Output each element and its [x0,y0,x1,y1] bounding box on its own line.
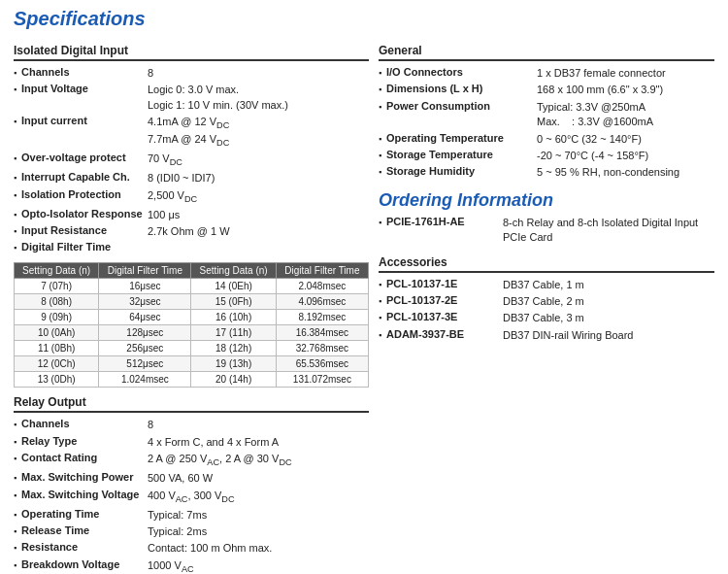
spec-value: 4 x Form C, and 4 x Form A [148,435,369,450]
filter-table-cell: 1.024msec [99,372,191,388]
spec-label: Max. Switching Voltage [21,489,148,500]
spec-label: Max. Switching Power [21,471,148,483]
spec-label: Power Consumption [386,100,537,112]
filter-table-cell: 65.536msec [276,356,368,372]
spec-opto: Opto-Isolator Response 100 μs [14,208,369,222]
accessory-item-3: PCL-10137-3E DB37 Cable, 3 m [379,311,714,325]
spec-label: Opto-Isolator Response [21,208,148,219]
spec-value: 2,500 VDC [148,188,369,206]
part-number: ADAM-3937-BE [386,328,503,340]
ordering-section-title: Ordering Information [379,190,714,211]
right-column: General I/O Connectors 1 x DB37 female c… [379,44,714,574]
part-desc: DB37 Cable, 1 m [503,278,714,292]
spec-value: Logic 0: 3.0 V max.Logic 1: 10 V min. (3… [148,83,369,113]
relay-switching-power: Max. Switching Power 500 VA, 60 W [14,471,369,486]
spec-label: Resistance [21,541,148,553]
accessories-section-title: Accessories [379,255,714,273]
general-storage-temp: Storage Temperature -20 ~ 70°C (-4 ~ 158… [379,149,714,163]
part-desc: DB37 Cable, 2 m [503,294,714,309]
relay-contact-rating: Contact Rating 2 A @ 250 VAC, 2 A @ 30 V… [14,452,369,469]
spec-value: 8 (IDI0 ~ IDI7) [148,171,369,186]
filter-table-cell: 18 (12h) [191,341,276,356]
spec-value: 500 VA, 60 W [148,471,369,486]
spec-label: Channels [21,66,148,78]
filter-table-cell: 131.072msec [276,372,368,388]
spec-input-voltage: Input Voltage Logic 0: 3.0 V max.Logic 1… [14,83,369,113]
spec-label: Breakdown Voltage [21,558,148,570]
spec-value: 168 x 100 mm (6.6" x 3.9") [537,83,714,97]
spec-value: 2.7k Ohm @ 1 W [148,224,369,239]
filter-table-cell: 32.768msec [276,341,368,356]
relay-operating-time: Operating Time Typical: 7ms [14,508,369,523]
general-power-consumption: Power Consumption Typical: 3.3V @250mAMa… [379,100,714,130]
spec-value: 100 μs [148,208,369,222]
spec-label: Dimensions (L x H) [386,83,537,94]
filter-table-cell: 15 (0Fh) [191,294,276,310]
spec-label: Relay Type [21,435,148,447]
general-section-title: General [379,44,714,61]
spec-value: Typical: 7ms [148,508,369,523]
spec-label: Input Resistance [21,224,148,236]
spec-value: 0 ~ 60°C (32 ~ 140°F) [537,132,714,147]
relay-channels: Channels 8 [14,418,369,432]
part-desc: 8-ch Relay and 8-ch Isolated Digital Inp… [503,216,714,246]
filter-table-cell: 512μsec [99,356,191,372]
filter-table-header-col1: Setting Data (n) [15,263,99,279]
spec-label: Over-voltage protect [21,152,148,163]
relay-release-time: Release Time Typical: 2ms [14,524,369,539]
relay-output-specs: Channels 8 Relay Type 4 x Form C, and 4 … [14,418,369,574]
part-number: PCIE-1761H-AE [386,216,503,227]
spec-label: Storage Humidity [386,165,537,177]
filter-table-cell: 19 (13h) [191,356,276,372]
spec-label: Digital Filter Time [21,241,148,253]
spec-input-resistance: Input Resistance 2.7k Ohm @ 1 W [14,224,369,239]
filter-table-cell: 128μsec [99,325,191,341]
filter-table-cell: 11 (0Bh) [15,341,99,356]
spec-label: Release Time [21,524,148,536]
spec-input-current: Input current 4.1mA @ 12 VDC7.7mA @ 24 V… [14,115,369,150]
spec-value: 8 [148,66,369,81]
part-desc: DB37 DIN-rail Wiring Board [503,328,714,343]
filter-table-cell: 4.096msec [276,294,368,310]
spec-over-voltage: Over-voltage protect 70 VDC [14,152,369,169]
spec-value: Typical: 3.3V @250mAMax. : 3.3V @1600mA [537,100,714,130]
spec-label: Operating Time [21,508,148,520]
part-number: PCL-10137-1E [386,278,503,289]
filter-table-cell: 13 (0Dh) [15,372,99,388]
accessory-item-2: PCL-10137-2E DB37 Cable, 2 m [379,294,714,309]
relay-switching-voltage: Max. Switching Voltage 400 VAC, 300 VDC [14,489,369,506]
ordering-item: PCIE-1761H-AE 8-ch Relay and 8-ch Isolat… [379,216,714,246]
spec-value: 1000 VAC [148,558,369,574]
general-operating-temp: Operating Temperature 0 ~ 60°C (32 ~ 140… [379,132,714,147]
spec-value: Contact: 100 m Ohm max. [148,541,369,556]
spec-channels: Channels 8 [14,66,369,81]
accessory-item-1: PCL-10137-1E DB37 Cable, 1 m [379,278,714,292]
filter-table-cell: 14 (0Eh) [191,279,276,294]
digital-input-section-title: Isolated Digital Input [14,44,369,61]
spec-label: Contact Rating [21,452,148,463]
filter-table-cell: 256μsec [99,341,191,356]
spec-isolation: Isolation Protection 2,500 VDC [14,188,369,206]
relay-output-section-title: Relay Output [14,395,369,413]
spec-value: -20 ~ 70°C (-4 ~ 158°F) [537,149,714,163]
spec-value: Typical: 2ms [148,524,369,539]
left-column: Isolated Digital Input Channels 8 Input … [14,44,369,574]
part-number: PCL-10137-2E [386,294,503,306]
relay-type: Relay Type 4 x Form C, and 4 x Form A [14,435,369,450]
spec-label: I/O Connectors [386,66,537,78]
filter-table-cell: 17 (11h) [191,325,276,341]
spec-label: Operating Temperature [386,132,537,144]
filter-table-cell: 2.048msec [276,279,368,294]
filter-table-cell: 8 (08h) [15,294,99,310]
filter-table-cell: 12 (0Ch) [15,356,99,372]
relay-resistance: Resistance Contact: 100 m Ohm max. [14,541,369,556]
filter-table-cell: 32μsec [99,294,191,310]
accessories-list: PCL-10137-1E DB37 Cable, 1 m PCL-10137-2… [379,278,714,344]
spec-value: 70 VDC [148,152,369,169]
filter-table-cell: 16μsec [99,279,191,294]
page-title: Specifications [0,0,728,34]
spec-label: Interrupt Capable Ch. [21,171,148,183]
general-dimensions: Dimensions (L x H) 168 x 100 mm (6.6" x … [379,83,714,97]
general-specs: I/O Connectors 1 x DB37 female connector… [379,66,714,181]
part-desc: DB37 Cable, 3 m [503,311,714,325]
